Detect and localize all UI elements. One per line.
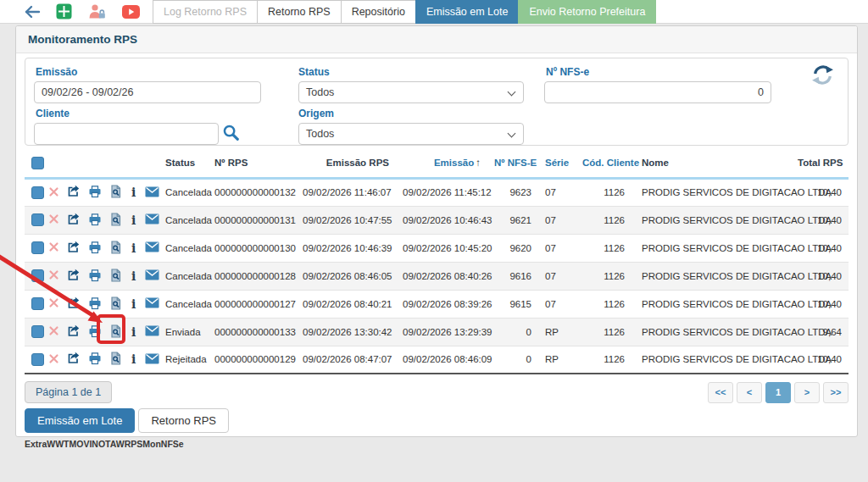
cancel-x-icon[interactable] xyxy=(48,269,59,282)
print-icon[interactable] xyxy=(88,241,102,256)
monitoring-panel: Monitoramento RPS Emissão Status Todos N… xyxy=(15,25,858,437)
info-icon[interactable]: i xyxy=(130,214,137,226)
nome-cell: PRODIG SERVICOS DE DIGITACAO LTDA xyxy=(632,346,791,374)
cliente-input[interactable] xyxy=(34,123,219,145)
view-document-icon[interactable] xyxy=(109,352,122,367)
email-icon[interactable] xyxy=(145,269,159,282)
n-rps-cell: 000000000000129 xyxy=(208,346,296,374)
info-icon[interactable]: i xyxy=(130,298,137,310)
page-first-button[interactable]: << xyxy=(708,382,733,403)
n-nfse-cell: 9616 xyxy=(487,262,538,290)
nome-cell: PRODIG SERVICOS DE DIGITACAO LTDA xyxy=(632,318,791,346)
tab-emissao-em-lote[interactable]: Emissão em Lote xyxy=(415,0,520,24)
cancel-x-icon[interactable] xyxy=(48,213,59,226)
grid-icon[interactable] xyxy=(56,3,72,19)
send-icon[interactable] xyxy=(67,352,81,367)
emissao-em-lote-button[interactable]: Emissão em Lote xyxy=(25,408,135,433)
send-icon[interactable] xyxy=(67,269,81,284)
row-checkbox[interactable] xyxy=(31,325,44,338)
email-icon[interactable] xyxy=(145,297,159,310)
cod-cliente-cell: 1126 xyxy=(576,178,632,206)
send-icon[interactable] xyxy=(67,296,81,312)
view-document-icon[interactable] xyxy=(109,185,122,200)
send-icon[interactable] xyxy=(67,185,81,200)
n-nfse-cell: 9615 xyxy=(487,290,538,318)
page-1-button[interactable]: 1 xyxy=(765,382,791,403)
search-icon[interactable] xyxy=(222,124,240,145)
col-emissao-sort[interactable]: Emissão↑ xyxy=(396,149,487,178)
send-icon[interactable] xyxy=(67,324,81,340)
user-lock-icon[interactable] xyxy=(87,3,107,20)
page-info-button[interactable]: Página 1 de 1 xyxy=(25,381,112,403)
nfse-number-input[interactable] xyxy=(544,81,771,103)
page-last-button[interactable]: >> xyxy=(823,382,849,403)
emissao-date-range-input[interactable] xyxy=(34,81,261,103)
email-icon[interactable] xyxy=(145,325,159,338)
email-icon[interactable] xyxy=(145,241,159,254)
tab-log-retorno-rps[interactable]: Log Retorno RPS xyxy=(153,0,258,24)
col-emissao-rps: Emissão RPS xyxy=(296,149,396,178)
n-rps-cell: 000000000000130 xyxy=(208,234,296,262)
filter-box: Emissão Status Todos Nº NFS-e Cliente Or… xyxy=(25,58,849,146)
youtube-icon[interactable] xyxy=(122,5,140,19)
print-icon[interactable] xyxy=(88,269,102,284)
row-checkbox[interactable] xyxy=(31,353,44,366)
n-nfse-cell: 0 xyxy=(487,346,538,374)
info-icon[interactable]: i xyxy=(130,242,137,254)
cancel-x-icon[interactable] xyxy=(48,297,59,310)
cancel-x-icon[interactable] xyxy=(48,353,59,366)
retorno-rps-button[interactable]: Retorno RPS xyxy=(138,408,229,433)
info-icon[interactable]: i xyxy=(130,353,137,365)
view-document-icon[interactable] xyxy=(109,296,122,312)
email-icon[interactable] xyxy=(145,353,159,366)
page-next-button[interactable]: > xyxy=(794,382,820,403)
status-select[interactable]: Todos xyxy=(298,81,524,103)
cancel-x-icon[interactable] xyxy=(48,325,59,338)
print-icon[interactable] xyxy=(88,213,102,228)
send-icon[interactable] xyxy=(67,213,81,228)
col-n-nfse[interactable]: Nº NFS-E xyxy=(487,149,538,178)
pagination: << < 1 > >> xyxy=(708,382,849,403)
cancel-x-icon[interactable] xyxy=(48,186,59,199)
select-all-checkbox[interactable] xyxy=(31,157,44,169)
tab-envio-retorno-prefeitura[interactable]: Envio Retorno Prefeitura xyxy=(518,0,656,24)
row-checkbox[interactable] xyxy=(31,241,44,254)
rps-table: Status Nº RPS Emissão RPS Emissão↑ Nº NF… xyxy=(25,149,849,374)
email-icon[interactable] xyxy=(145,186,159,199)
row-checkbox[interactable] xyxy=(31,297,44,310)
n-nfse-cell: 9620 xyxy=(487,234,538,262)
table-body: i Cancelada 000000000000132 09/02/2026 1… xyxy=(25,178,849,374)
row-checkbox[interactable] xyxy=(31,269,44,282)
view-document-icon[interactable] xyxy=(109,269,122,284)
status-label: Status xyxy=(298,66,330,78)
cancel-x-icon[interactable] xyxy=(48,241,59,254)
tab-retorno-rps[interactable]: Retorno RPS xyxy=(257,0,342,24)
view-document-icon[interactable] xyxy=(109,324,122,340)
status-cell: Cancelada xyxy=(159,178,208,206)
print-icon[interactable] xyxy=(88,185,102,200)
info-icon[interactable]: i xyxy=(130,270,137,282)
view-document-icon[interactable] xyxy=(109,241,122,256)
col-total-rps: Total RPS xyxy=(791,149,849,178)
row-checkbox[interactable] xyxy=(31,186,44,199)
emissao-cell: 09/02/2026 11:45:12 xyxy=(396,178,487,206)
print-icon[interactable] xyxy=(88,352,102,367)
col-cod-cliente[interactable]: Cód. Cliente xyxy=(576,149,632,178)
view-document-icon[interactable] xyxy=(109,213,122,228)
print-icon[interactable] xyxy=(88,296,102,312)
info-icon[interactable]: i xyxy=(130,186,137,198)
email-icon[interactable] xyxy=(145,213,159,226)
status-select-value: Todos xyxy=(306,86,334,98)
origem-select[interactable]: Todos xyxy=(298,123,524,145)
col-serie[interactable]: Série xyxy=(538,149,576,178)
print-icon[interactable] xyxy=(88,324,102,340)
tab-repositorio[interactable]: Repositório xyxy=(341,0,416,24)
back-arrow-icon[interactable] xyxy=(22,4,41,19)
send-icon[interactable] xyxy=(67,241,81,256)
row-checkbox[interactable] xyxy=(31,213,44,226)
info-icon[interactable]: i xyxy=(130,326,137,338)
table-row: i Cancelada 000000000000131 09/02/2026 1… xyxy=(25,206,849,234)
refresh-icon[interactable] xyxy=(811,64,834,90)
table-row: i Cancelada 000000000000132 09/02/2026 1… xyxy=(25,178,849,206)
page-prev-button[interactable]: < xyxy=(737,382,762,403)
